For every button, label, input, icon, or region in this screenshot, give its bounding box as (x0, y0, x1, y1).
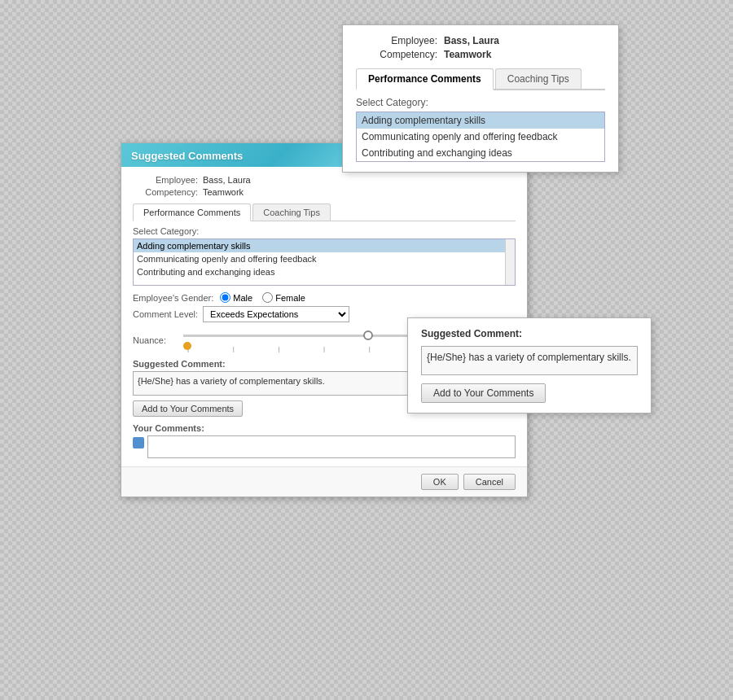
nuance-thumb[interactable] (363, 330, 373, 340)
preview-category-item-0[interactable]: Adding complementary skills (357, 112, 604, 129)
preview-category-item-1[interactable]: Communicating openly and offering feedba… (357, 129, 604, 145)
competency-value: Teamwork (203, 187, 244, 197)
preview-tabs-container: Performance Comments Coaching Tips (356, 68, 605, 90)
nuance-label: Nuance: (133, 335, 173, 345)
gender-female-option[interactable]: Female (262, 292, 305, 303)
ok-button[interactable]: OK (421, 474, 459, 490)
nuance-dot-left (183, 342, 191, 350)
employee-value: Bass, Laura (203, 175, 251, 185)
gender-female-radio[interactable] (262, 292, 273, 303)
category-scrollbar[interactable] (505, 239, 515, 285)
main-dialog-body: Employee: Bass, Laura Competency: Teamwo… (121, 167, 527, 466)
suggested-popup-text: {He/She} has a variety of complementary … (421, 346, 638, 375)
main-dialog-title: Suggested Comments (131, 150, 243, 162)
preview-competency-value: Teamwork (444, 49, 491, 60)
select-category-label: Select Category: (133, 226, 516, 236)
preview-category-list: Adding complementary skills Communicatin… (356, 112, 605, 162)
category-item-2[interactable]: Contributing and exchanging ideas (134, 265, 515, 278)
gender-male-radio[interactable] (220, 292, 230, 303)
tab-coaching[interactable]: Coaching Tips (252, 203, 331, 221)
preview-tab-coaching[interactable]: Coaching Tips (495, 68, 582, 89)
suggested-popup-title: Suggested Comment: (421, 328, 638, 339)
add-to-comments-button[interactable]: Add to Your Comments (133, 400, 243, 417)
gender-male-option[interactable]: Male (220, 292, 252, 303)
gender-radio-group: Male Female (220, 292, 305, 303)
employee-row: Employee: Bass, Laura (133, 175, 516, 185)
preview-competency-label: Competency: (356, 49, 437, 60)
preview-category-item-2[interactable]: Contributing and exchanging ideas (357, 145, 604, 161)
employee-label: Employee: (133, 175, 198, 185)
category-item-1[interactable]: Communicating openly and offering feedba… (134, 252, 515, 265)
tabs-container: Performance Comments Coaching Tips (133, 203, 516, 221)
gender-row: Employee's Gender: Male Female (133, 292, 516, 303)
cancel-button[interactable]: Cancel (463, 474, 516, 490)
preview-competency-row: Competency: Teamwork (356, 49, 605, 60)
preview-dialog: Employee: Bass, Laura Competency: Teamwo… (342, 24, 619, 173)
comment-level-label: Comment Level: (133, 309, 198, 319)
preview-employee-value: Bass, Laura (444, 35, 499, 46)
competency-row: Competency: Teamwork (133, 187, 516, 197)
your-comments-input[interactable] (147, 435, 516, 458)
preview-select-category-label: Select Category: (356, 97, 605, 108)
gender-female-label: Female (275, 293, 305, 303)
dialog-footer: OK Cancel (121, 466, 527, 497)
your-comments-area (133, 435, 516, 458)
comment-level-select[interactable]: Exceeds Expectations (203, 306, 349, 322)
preview-employee-label: Employee: (356, 35, 437, 46)
category-list: Adding complementary skills Communicatin… (133, 238, 516, 286)
comments-icon (133, 437, 144, 448)
preview-tab-performance[interactable]: Performance Comments (356, 68, 494, 90)
category-item-0[interactable]: Adding complementary skills (134, 239, 515, 252)
your-comments-label: Your Comments: (133, 423, 516, 433)
competency-label: Competency: (133, 187, 198, 197)
tab-performance[interactable]: Performance Comments (133, 203, 251, 221)
suggested-popup-add-button[interactable]: Add to Your Comments (421, 383, 546, 403)
preview-employee-row: Employee: Bass, Laura (356, 35, 605, 46)
gender-male-label: Male (233, 293, 252, 303)
suggested-popup: Suggested Comment: {He/She} has a variet… (407, 317, 652, 413)
gender-label: Employee's Gender: (133, 293, 213, 303)
